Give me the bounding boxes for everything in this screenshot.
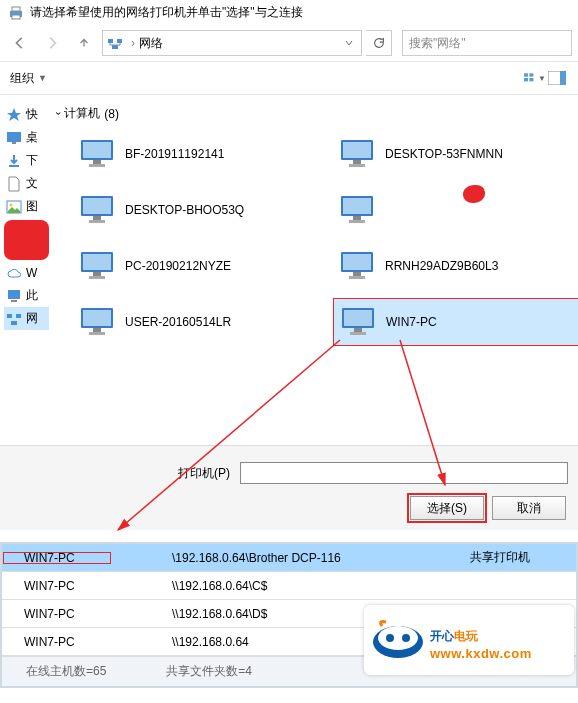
- computer-item[interactable]: WIN7-PC: [333, 298, 578, 346]
- svg-rect-16: [8, 290, 20, 299]
- printer-label: 打印机(P): [150, 465, 230, 482]
- network-icon: [107, 35, 123, 51]
- refresh-button[interactable]: [366, 30, 392, 56]
- computer-item[interactable]: DESKTOP-BHOO53Q: [73, 186, 323, 234]
- cell-path: \\192.168.0.64\C$: [112, 579, 466, 593]
- svg-rect-1: [12, 7, 20, 11]
- svg-rect-51: [354, 328, 362, 332]
- svg-rect-31: [93, 216, 101, 220]
- svg-rect-46: [83, 310, 111, 326]
- computer-item[interactable]: USER-20160514LR: [73, 298, 323, 346]
- sidebar-item-pictures[interactable]: 图: [4, 195, 49, 218]
- table-row[interactable]: WIN7-PC\\192.168.0.64\C$: [2, 572, 576, 600]
- watermark-url: www.kxdw.com: [430, 646, 532, 661]
- cancel-button[interactable]: 取消: [492, 496, 566, 520]
- svg-rect-26: [343, 142, 371, 158]
- chevron-down-icon[interactable]: [341, 38, 357, 48]
- group-header[interactable]: › 计算机 (8): [57, 103, 578, 124]
- svg-rect-43: [353, 272, 361, 276]
- cell-host: WIN7-PC: [2, 551, 112, 565]
- search-placeholder: 搜索"网络": [409, 35, 466, 52]
- redaction-scribble: [4, 220, 49, 260]
- forward-button[interactable]: [38, 29, 66, 57]
- svg-rect-8: [524, 78, 528, 81]
- chevron-down-icon[interactable]: ▼: [38, 73, 47, 83]
- address-input[interactable]: › 网络: [102, 30, 362, 56]
- svg-rect-39: [93, 272, 101, 276]
- picture-icon: [6, 199, 22, 215]
- computer-item[interactable]: BF-201911192141: [73, 130, 323, 178]
- svg-rect-50: [344, 310, 372, 326]
- svg-rect-13: [12, 142, 16, 144]
- hosts-count: 在线主机数=65: [26, 663, 106, 680]
- svg-rect-17: [11, 300, 17, 302]
- svg-rect-44: [349, 276, 365, 279]
- svg-rect-52: [350, 332, 366, 335]
- location-text: 网络: [139, 35, 341, 52]
- network-icon: [6, 311, 22, 327]
- cell-host: WIN7-PC: [2, 579, 112, 593]
- view-options-button[interactable]: ▼: [524, 68, 546, 88]
- computer-name: DESKTOP-BHOO53Q: [125, 203, 244, 217]
- sidebar-item-quick[interactable]: 快: [4, 103, 49, 126]
- sidebar-item-desktop[interactable]: 桌: [4, 126, 49, 149]
- svg-rect-30: [83, 198, 111, 214]
- computer-name: DESKTOP-53FNMNN: [385, 147, 503, 161]
- sidebar-item-cloud[interactable]: W: [4, 262, 49, 284]
- svg-rect-3: [108, 39, 113, 43]
- svg-point-56: [378, 626, 418, 650]
- title-bar: 请选择希望使用的网络打印机并单击"选择"与之连接: [0, 0, 578, 25]
- address-bar: › 网络 搜索"网络": [0, 25, 578, 61]
- svg-rect-36: [349, 220, 365, 223]
- svg-point-58: [402, 634, 410, 642]
- monitor-icon: [337, 194, 377, 226]
- svg-rect-47: [93, 328, 101, 332]
- toolbar: 组织 ▼ ▼: [0, 61, 578, 95]
- computer-name: USER-20160514LR: [125, 315, 231, 329]
- document-icon: [6, 176, 22, 192]
- sidebar-item-network[interactable]: 网: [4, 307, 49, 330]
- sidebar-item-downloads[interactable]: 下: [4, 149, 49, 172]
- computer-item[interactable]: RRNH29ADZ9B60L3: [333, 242, 578, 290]
- preview-pane-button[interactable]: [546, 68, 568, 88]
- svg-rect-23: [93, 160, 101, 164]
- annotation-blob: [463, 185, 485, 203]
- monitor-icon: [77, 306, 117, 338]
- select-button[interactable]: 选择(S): [410, 496, 484, 520]
- breadcrumb-separator: ›: [131, 36, 135, 50]
- svg-rect-11: [560, 71, 566, 85]
- svg-rect-35: [353, 216, 361, 220]
- svg-point-57: [386, 634, 394, 642]
- svg-rect-20: [11, 321, 17, 325]
- sidebar: 快 桌 下 文 图 W 此 网: [0, 95, 53, 445]
- sidebar-item-thispc[interactable]: 此: [4, 284, 49, 307]
- star-icon: [6, 107, 22, 123]
- monitor-icon: [338, 306, 378, 338]
- sidebar-item-documents[interactable]: 文: [4, 172, 49, 195]
- table-row[interactable]: WIN7-PC\192.168.0.64\Brother DCP-116共享打印…: [2, 544, 576, 572]
- computer-item[interactable]: PC-20190212NYZE: [73, 242, 323, 290]
- svg-rect-6: [524, 73, 528, 76]
- svg-rect-48: [89, 332, 105, 335]
- monitor-icon: [77, 194, 117, 226]
- computer-name: WIN7-PC: [386, 315, 437, 329]
- svg-rect-19: [16, 314, 21, 318]
- search-input[interactable]: 搜索"网络": [402, 30, 572, 56]
- organize-button[interactable]: 组织: [10, 70, 34, 87]
- computer-name: RRNH29ADZ9B60L3: [385, 259, 498, 273]
- computer-name: BF-201911192141: [125, 147, 224, 161]
- computer-item[interactable]: DESKTOP-53FNMNN: [333, 130, 578, 178]
- cloud-icon: [6, 265, 22, 281]
- back-button[interactable]: [6, 29, 34, 57]
- svg-rect-2: [12, 15, 20, 19]
- group-title: 计算机: [64, 105, 100, 122]
- monitor-icon: [77, 250, 117, 282]
- computer-item[interactable]: [333, 186, 578, 234]
- cell-desc: 共享打印机: [466, 549, 576, 566]
- gamepad-icon: [372, 618, 424, 662]
- desktop-icon: [6, 130, 22, 146]
- monitor-icon: [337, 138, 377, 170]
- content-area: › 计算机 (8) BF-201911192141DESKTOP-53FNMNN…: [53, 95, 578, 445]
- up-button[interactable]: [70, 29, 98, 57]
- printer-input[interactable]: [240, 462, 568, 484]
